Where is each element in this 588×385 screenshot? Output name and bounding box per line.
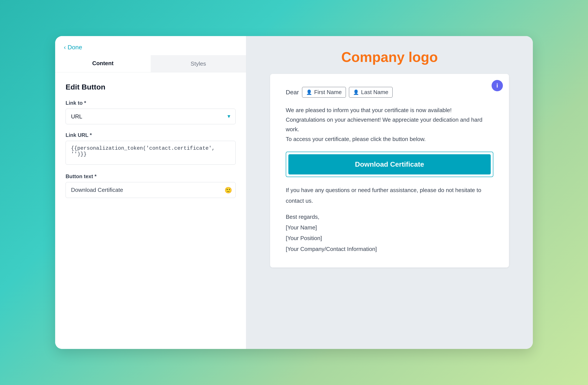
person-icon-last: 👤 [353, 90, 359, 95]
download-certificate-button[interactable]: Download Certificate [288, 154, 491, 175]
last-name-pill: 👤 Last Name [349, 87, 393, 98]
first-name-pill: 👤 First Name [302, 87, 346, 98]
link-to-select-wrapper: URL ▼ [65, 109, 236, 124]
tab-styles[interactable]: Styles [151, 55, 246, 72]
email-body-line2: Congratulations on your achievement! We … [286, 115, 493, 134]
emoji-button[interactable]: 🙂 [225, 186, 232, 194]
dear-text: Dear [286, 89, 299, 96]
button-text-label: Button text * [65, 173, 236, 180]
left-content: Edit Button Link to * URL ▼ Link URL * {… [55, 72, 246, 349]
edit-button-title: Edit Button [65, 83, 236, 91]
dear-row: Dear 👤 First Name 👤 Last Name [286, 87, 493, 98]
right-panel: Company logo i Dear 👤 First Name 👤 Last … [246, 36, 533, 349]
person-icon-first: 👤 [306, 90, 312, 95]
download-btn-wrapper: Download Certificate [286, 152, 493, 177]
left-panel: ‹ Done Content Styles Edit Button Link t… [55, 36, 246, 349]
tab-content[interactable]: Content [55, 55, 151, 72]
email-body-line3: To access your certificate, please click… [286, 134, 493, 144]
done-nav[interactable]: ‹ Done [55, 36, 246, 51]
main-container: ‹ Done Content Styles Edit Button Link t… [55, 36, 533, 349]
email-body: We are pleased to inform you that your c… [286, 105, 493, 144]
link-to-group: Link to * URL ▼ [65, 100, 236, 124]
email-body-line1: We are pleased to inform you that your c… [286, 105, 493, 115]
tabs-row: Content Styles [55, 55, 246, 72]
footer-line1: If you have any questions or need furthe… [286, 185, 493, 206]
info-badge[interactable]: i [492, 80, 503, 91]
button-text-wrapper: 🙂 [65, 182, 236, 198]
button-text-group: Button text * 🙂 [65, 173, 236, 198]
link-url-input[interactable]: {{personalization_token('contact.certifi… [65, 141, 236, 165]
footer-line6: [Your Company/Contact Information] [286, 244, 493, 254]
back-chevron-icon: ‹ [64, 44, 66, 50]
footer-line3: Best regards, [286, 212, 493, 222]
link-url-group: Link URL * {{personalization_token('cont… [65, 132, 236, 166]
link-to-select[interactable]: URL [65, 109, 236, 124]
footer-line5: [Your Position] [286, 233, 493, 244]
link-url-label: Link URL * [65, 132, 236, 138]
footer-line4: [Your Name] [286, 222, 493, 233]
company-logo: Company logo [341, 49, 438, 65]
first-name-label: First Name [314, 89, 342, 96]
email-footer: If you have any questions or need furthe… [286, 185, 493, 254]
link-to-label: Link to * [65, 100, 236, 106]
done-label: Done [67, 44, 82, 51]
button-text-input[interactable] [65, 182, 236, 198]
last-name-label: Last Name [361, 89, 388, 96]
email-card: i Dear 👤 First Name 👤 Last Name We are p… [270, 74, 509, 268]
